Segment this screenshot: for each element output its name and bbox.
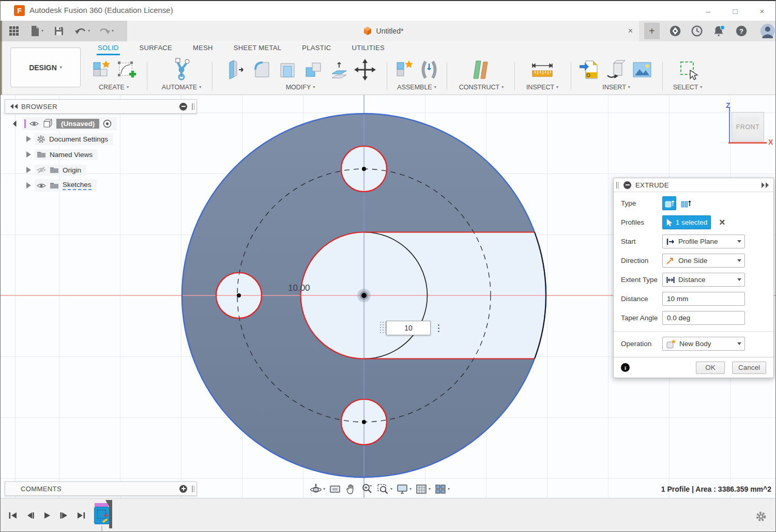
dialog-grip[interactable] bbox=[616, 182, 619, 189]
assemble-group-label[interactable]: ASSEMBLE▾ bbox=[397, 84, 436, 95]
browser-minimize-icon[interactable] bbox=[179, 103, 187, 111]
viewports-button[interactable]: ▾ bbox=[434, 483, 450, 495]
add-comment-icon[interactable] bbox=[179, 485, 187, 493]
timeline-settings-gear-icon[interactable] bbox=[755, 510, 767, 523]
hole-top-center-point[interactable] bbox=[362, 167, 366, 171]
expander-icon[interactable] bbox=[26, 182, 31, 189]
timeline-go-to-end-button[interactable] bbox=[76, 511, 86, 520]
distance-manipulator[interactable] bbox=[379, 321, 443, 335]
look-at-button[interactable] bbox=[329, 483, 341, 495]
browser-grip[interactable] bbox=[191, 103, 195, 110]
view-cube[interactable]: FRONT Z X bbox=[719, 102, 776, 152]
distance-input[interactable] bbox=[662, 292, 745, 306]
grid-caret-icon[interactable]: ▾ bbox=[429, 487, 431, 491]
undo-button[interactable]: ▾ bbox=[73, 25, 91, 37]
collapse-panel-icon[interactable] bbox=[10, 103, 18, 109]
browser-item-named-views[interactable]: Named Views bbox=[5, 147, 117, 162]
expander-icon[interactable] bbox=[26, 136, 31, 142]
timeline-go-to-start-button[interactable] bbox=[8, 511, 18, 520]
minimize-button[interactable]: – bbox=[695, 1, 722, 21]
job-status-clock-icon[interactable] bbox=[691, 24, 703, 38]
canvas-distance-input[interactable] bbox=[386, 321, 431, 335]
insert-svg-button[interactable] bbox=[579, 58, 601, 82]
origin-point[interactable] bbox=[361, 293, 367, 298]
viewport-canvas[interactable]: 10.00 BROWSER (Unsaved) Document bbox=[1, 95, 776, 498]
tab-sheet-metal[interactable]: SHEET METAL bbox=[233, 41, 282, 55]
item-label[interactable]: Sketches bbox=[63, 181, 92, 190]
sketch-dimension-label[interactable]: 10.00 bbox=[288, 283, 310, 293]
tab-utilities[interactable]: UTILITIES bbox=[351, 41, 386, 55]
inspect-group-label[interactable]: INSPECT▾ bbox=[526, 84, 558, 95]
new-component-button[interactable] bbox=[90, 58, 112, 81]
browser-item-sketches[interactable]: Sketches bbox=[5, 178, 117, 193]
joint-button[interactable] bbox=[419, 58, 439, 81]
item-label[interactable]: Named Views bbox=[50, 151, 93, 159]
viewports-caret-icon[interactable]: ▾ bbox=[448, 487, 450, 491]
expander-icon[interactable] bbox=[26, 151, 31, 158]
create-group-label[interactable]: CREATE▾ bbox=[99, 84, 129, 95]
browser-root-row[interactable]: (Unsaved) bbox=[5, 116, 117, 131]
extrude-dialog[interactable]: EXTRUDE Type Profiles 1 selected × bbox=[613, 178, 774, 378]
comments-panel-header[interactable]: COMMENTS bbox=[5, 481, 197, 496]
root-document-label[interactable]: (Unsaved) bbox=[56, 119, 99, 129]
design-workspace-selector[interactable]: DESIGN ▾ bbox=[10, 48, 81, 87]
extent-type-dropdown[interactable]: Distance bbox=[662, 273, 745, 287]
browser-panel-header[interactable]: BROWSER bbox=[5, 99, 197, 114]
display-caret-icon[interactable]: ▾ bbox=[409, 487, 412, 491]
tab-surface[interactable]: SURFACE bbox=[139, 41, 174, 55]
shell-button[interactable] bbox=[276, 58, 299, 81]
extrude-dialog-header[interactable]: EXTRUDE bbox=[614, 178, 773, 192]
zoom-button[interactable] bbox=[361, 483, 373, 495]
more-options-icon[interactable] bbox=[434, 324, 443, 332]
tab-close-icon[interactable]: × bbox=[628, 26, 633, 36]
file-menu-button[interactable]: ▾ bbox=[29, 24, 44, 38]
modify-group-label[interactable]: MODIFY▾ bbox=[286, 84, 315, 95]
close-button[interactable]: × bbox=[749, 1, 775, 21]
browser-item-document-settings[interactable]: Document Settings bbox=[5, 131, 117, 147]
extensions-icon[interactable] bbox=[669, 24, 681, 38]
fillet-button[interactable] bbox=[250, 58, 273, 81]
select-button[interactable] bbox=[676, 58, 699, 82]
timeline-position-marker[interactable] bbox=[109, 500, 112, 528]
avatar[interactable] bbox=[760, 23, 775, 39]
notification-bell-icon[interactable] bbox=[712, 24, 726, 38]
help-icon[interactable]: ? bbox=[735, 24, 748, 38]
start-dropdown[interactable]: Profile Plane bbox=[662, 234, 745, 248]
create-sketch-button[interactable] bbox=[115, 58, 137, 81]
maximize-button[interactable]: □ bbox=[722, 1, 749, 21]
item-label[interactable]: Origin bbox=[63, 166, 81, 174]
drag-handle-icon[interactable] bbox=[379, 321, 386, 335]
assemble-new-component-button[interactable] bbox=[394, 58, 416, 81]
activate-radio-icon[interactable] bbox=[103, 119, 112, 128]
clear-selection-icon[interactable]: × bbox=[719, 216, 725, 228]
fit-caret-icon[interactable]: ▾ bbox=[390, 487, 392, 491]
automate-group-label[interactable]: AUTOMATE▾ bbox=[162, 84, 201, 95]
profiles-selected-button[interactable]: 1 selected bbox=[662, 215, 711, 229]
info-icon[interactable]: i bbox=[621, 363, 630, 372]
taper-angle-input[interactable] bbox=[662, 311, 745, 325]
move-copy-button[interactable] bbox=[354, 58, 376, 81]
save-button[interactable] bbox=[53, 25, 65, 37]
extrude-type-thin-button[interactable] bbox=[679, 196, 693, 210]
view-cube-front-face[interactable]: FRONT bbox=[732, 112, 764, 142]
operation-dropdown[interactable]: New Body bbox=[662, 337, 745, 351]
fit-button[interactable]: ▾ bbox=[377, 483, 392, 495]
offset-face-button[interactable] bbox=[328, 58, 351, 81]
hole-bottom-center-point[interactable] bbox=[362, 420, 366, 424]
cancel-button[interactable]: Cancel bbox=[732, 362, 766, 374]
timeline-play-button[interactable] bbox=[42, 511, 52, 520]
tab-solid[interactable]: SOLID bbox=[97, 41, 120, 55]
visibility-eye-icon[interactable] bbox=[29, 120, 39, 127]
grid-layout-button[interactable]: ▾ bbox=[415, 483, 431, 495]
insert-mesh-button[interactable] bbox=[604, 58, 627, 82]
expander-open-icon[interactable] bbox=[13, 120, 20, 127]
redo-button[interactable]: ▾ bbox=[97, 25, 115, 37]
extrude-type-solid-button[interactable] bbox=[662, 196, 676, 210]
tab-mesh[interactable]: MESH bbox=[192, 41, 214, 55]
direction-dropdown[interactable]: One Side bbox=[662, 254, 745, 268]
press-pull-button[interactable] bbox=[224, 58, 247, 81]
hole-left-center-point[interactable] bbox=[237, 293, 241, 298]
ok-button[interactable]: OK bbox=[696, 362, 725, 374]
timeline-step-forward-button[interactable] bbox=[59, 511, 69, 520]
combine-button[interactable] bbox=[302, 58, 325, 81]
